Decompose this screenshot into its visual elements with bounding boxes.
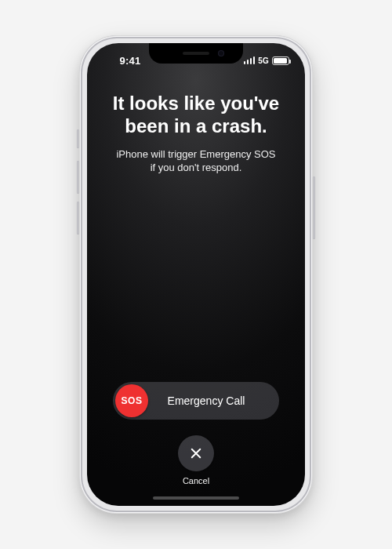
crash-heading-line2: been in a crash. (125, 115, 267, 136)
battery-icon (272, 56, 289, 65)
screen: 9:41 5G It looks like you've been in a c… (87, 43, 305, 506)
crash-alert-content: It looks like you've been in a crash. iP… (87, 43, 305, 506)
speaker-grille (183, 52, 209, 55)
crash-heading-line1: It looks like you've (113, 93, 279, 114)
home-indicator[interactable] (153, 496, 239, 500)
emergency-call-slider[interactable]: Emergency Call SOS (113, 382, 279, 420)
silent-switch[interactable] (77, 129, 79, 148)
sos-slider-wrap: Emergency Call SOS (87, 382, 305, 420)
cellular-signal-icon (244, 56, 256, 64)
sos-knob[interactable]: SOS (115, 384, 148, 417)
volume-up-button[interactable] (77, 161, 79, 194)
cancel-group: Cancel (87, 435, 305, 485)
crash-subheading: iPhone will trigger Emergency SOS if you… (87, 147, 305, 175)
stage: 9:41 5G It looks like you've been in a c… (0, 0, 392, 549)
status-indicators: 5G (234, 53, 289, 65)
front-camera (218, 50, 224, 56)
notch (149, 43, 243, 64)
cancel-button[interactable] (178, 435, 214, 471)
crash-sub-line2: if you don't respond. (151, 162, 242, 173)
crash-sub-line1: iPhone will trigger Emergency SOS (116, 148, 275, 160)
close-icon (189, 446, 203, 460)
sos-knob-label: SOS (122, 395, 143, 406)
phone-frame: 9:41 5G It looks like you've been in a c… (79, 35, 313, 514)
crash-heading: It looks like you've been in a crash. (87, 92, 305, 138)
spacer (87, 175, 305, 382)
volume-down-button[interactable] (77, 202, 79, 235)
cancel-label: Cancel (183, 476, 209, 485)
network-label: 5G (258, 56, 269, 65)
power-button[interactable] (313, 176, 315, 239)
